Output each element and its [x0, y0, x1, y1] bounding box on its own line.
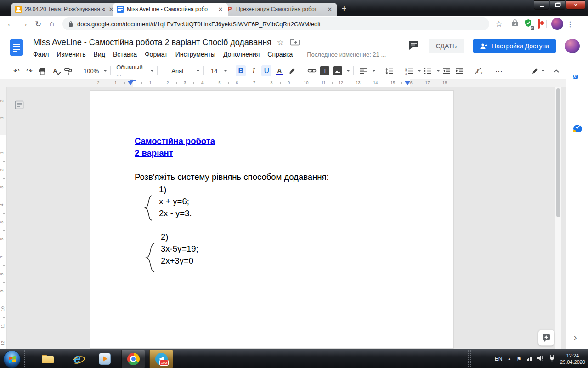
browser-tab-presentation[interactable]: P Презентация Самостійна робот ✕	[222, 3, 337, 16]
doc-sys1-label[interactable]: 1)	[159, 184, 166, 195]
tab-close-icon[interactable]: ✕	[326, 6, 334, 13]
doc-heading-1[interactable]: Самостійна робота	[135, 136, 215, 146]
comments-icon[interactable]	[408, 40, 419, 52]
menu-format[interactable]: Формат	[145, 51, 168, 58]
paragraph-style-select[interactable]: Обычный ...	[115, 65, 147, 76]
menu-help[interactable]: Справка	[267, 51, 293, 58]
taskbar-clock[interactable]: 12:24 29.04.2020	[560, 352, 585, 365]
share-button[interactable]: Настройки Доступа	[473, 39, 556, 53]
more-options-icon[interactable]: ⋯	[494, 65, 504, 76]
browser-avatar[interactable]	[551, 18, 563, 30]
action-center-flag-icon[interactable]: ⚑	[516, 356, 522, 362]
calendar-icon[interactable]: 31	[573, 72, 578, 81]
left-indent-marker[interactable]	[128, 81, 133, 85]
undo-icon[interactable]: ↶	[11, 65, 22, 76]
docs-app-icon[interactable]	[10, 39, 23, 56]
ruler-tick	[401, 82, 402, 84]
tasks-icon[interactable]	[573, 122, 582, 133]
highlight-color-icon[interactable]	[287, 65, 297, 76]
doc-sys2-eq1[interactable]: 3x-5y=19;	[161, 244, 198, 254]
close-button[interactable]: ×	[566, 0, 585, 10]
taskbar-chrome-button[interactable]	[121, 350, 145, 368]
scrollbar-thumb[interactable]	[556, 88, 560, 217]
doc-scrollbar[interactable]	[555, 87, 561, 349]
menu-insert[interactable]: Вставка	[113, 51, 137, 58]
browser-menu-icon[interactable]: ⋮	[563, 20, 577, 29]
turn-in-button[interactable]: СДАТЬ	[429, 39, 464, 53]
minimize-button[interactable]	[534, 0, 549, 10]
language-indicator[interactable]: EN	[495, 356, 503, 362]
browser-tab-docs[interactable]: Miss AveLine - Самостійна робо ✕	[113, 3, 228, 16]
volume-icon[interactable]	[537, 355, 544, 363]
paint-format-icon[interactable]	[63, 65, 73, 76]
menu-file[interactable]: Файл	[33, 51, 49, 58]
menu-edit[interactable]: Изменить	[57, 51, 85, 58]
red-extension-icon[interactable]	[538, 20, 540, 28]
increase-indent-icon[interactable]	[454, 65, 464, 76]
explore-button[interactable]	[538, 329, 554, 346]
doc-heading-2[interactable]: 2 варіант	[135, 148, 173, 158]
font-size-select[interactable]: 14	[208, 65, 220, 76]
shield-extension-icon[interactable]: 0	[524, 19, 532, 29]
tab-close-icon[interactable]: ✕	[217, 6, 224, 13]
move-folder-icon[interactable]	[290, 38, 300, 47]
insert-comment-icon[interactable]: +	[320, 65, 330, 76]
network-signal-icon[interactable]	[527, 356, 532, 361]
doc-sys1-eq2[interactable]: 2x - y=3.	[159, 208, 192, 218]
clear-formatting-icon[interactable]: Tx	[474, 65, 484, 76]
document-page[interactable]: Самостійна робота 2 варіант Розв'яжіть с…	[90, 90, 454, 349]
restore-button[interactable]	[550, 0, 565, 10]
numbered-list-icon[interactable]: 123	[404, 65, 414, 76]
address-bar[interactable]: docs.google.com/document/d/1qLFvTvcUtQT0…	[62, 17, 489, 30]
new-tab-button[interactable]: +	[338, 3, 350, 15]
insert-link-icon[interactable]	[307, 65, 317, 76]
document-title[interactable]: Miss AveLine - Самостійна робота 2 варіа…	[33, 38, 271, 47]
underline-button[interactable]: U	[261, 65, 271, 76]
bold-button[interactable]: B	[236, 65, 246, 76]
docs-avatar[interactable]	[565, 39, 580, 53]
bookmark-star-icon[interactable]: ☆	[492, 19, 506, 29]
start-button[interactable]	[3, 351, 21, 368]
home-button[interactable]: ⌂	[45, 19, 59, 29]
doc-task-text[interactable]: Розв'яжіть систему рівнянь способом дода…	[135, 172, 329, 182]
menu-view[interactable]: Вид	[94, 51, 105, 58]
align-icon[interactable]	[358, 65, 368, 76]
italic-button[interactable]: I	[249, 65, 259, 76]
doc-sys1-eq1[interactable]: x + y=6;	[159, 196, 189, 207]
decrease-indent-icon[interactable]	[441, 65, 452, 76]
hide-panel-chevron-icon[interactable]: ›	[574, 332, 577, 343]
browser-tab-classroom[interactable]: 29.04.20 Тема: Розв'язування за ✕	[11, 3, 119, 16]
zoom-select[interactable]: 100%	[83, 65, 100, 76]
refresh-button[interactable]: ↻	[31, 19, 45, 29]
spellcheck-icon[interactable]: A	[50, 65, 60, 76]
redo-icon[interactable]: ↷	[24, 65, 34, 76]
menu-tools[interactable]: Инструменты	[175, 51, 215, 58]
taskbar-ie-button[interactable]: e	[65, 350, 89, 368]
right-indent-marker[interactable]	[405, 81, 410, 85]
taskbar-telegram-button[interactable]: 105	[149, 350, 173, 368]
editing-mode-button[interactable]	[531, 67, 545, 75]
hidden-icons-arrow[interactable]: ▲	[507, 356, 511, 361]
line-spacing-icon[interactable]	[384, 65, 394, 76]
menu-addons[interactable]: Дополнения	[223, 51, 260, 58]
bulleted-list-icon[interactable]	[423, 65, 433, 76]
star-document-icon[interactable]: ☆	[277, 38, 284, 47]
vertical-ruler[interactable]: 21123456789101112	[0, 87, 7, 349]
collapse-toolbar-icon[interactable]	[553, 67, 560, 75]
font-select[interactable]: Arial	[162, 65, 192, 76]
taskbar-wmp-button[interactable]	[93, 350, 117, 368]
doc-sys2-eq2[interactable]: 2x+3y=0	[161, 256, 193, 266]
forward-button[interactable]: →	[17, 19, 31, 29]
print-icon[interactable]	[37, 65, 47, 76]
insert-image-icon[interactable]	[333, 65, 343, 76]
show-outline-icon[interactable]	[14, 100, 24, 112]
back-button[interactable]: ←	[4, 19, 17, 29]
first-line-indent-marker[interactable]	[130, 80, 136, 81]
horizontal-ruler[interactable]: 21123456789101112131415161718	[0, 79, 566, 88]
text-color-button[interactable]: A	[274, 65, 284, 76]
power-plug-icon[interactable]	[549, 355, 555, 363]
taskbar-explorer-button[interactable]	[36, 350, 60, 368]
bag-extension-icon[interactable]	[511, 19, 519, 29]
last-edit-link[interactable]: Последнее изменение: 21 ...	[307, 51, 386, 58]
doc-sys2-label[interactable]: 2)	[161, 232, 168, 242]
